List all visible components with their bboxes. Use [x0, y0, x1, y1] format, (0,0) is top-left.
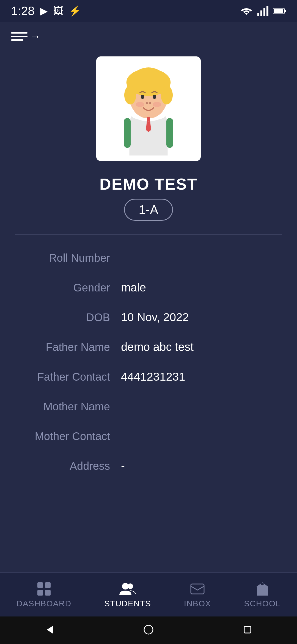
svg-rect-26 [45, 590, 51, 596]
nav-school-label: SCHOOL [244, 599, 280, 608]
dashboard-icon [36, 581, 52, 597]
svg-point-14 [136, 102, 144, 107]
svg-rect-5 [284, 10, 286, 12]
home-button[interactable] [143, 624, 154, 636]
mother-contact-label: Mother Contact [16, 430, 121, 443]
school-icon [255, 581, 270, 597]
dob-row: DOB 10 Nov, 2022 [16, 302, 280, 332]
nav-dashboard-label: DASHBOARD [16, 599, 71, 608]
nav-school[interactable]: SCHOOL [244, 581, 280, 608]
mother-contact-row: Mother Contact [16, 421, 280, 451]
gender-value: male [121, 281, 146, 294]
svg-marker-34 [47, 626, 53, 634]
svg-rect-23 [37, 582, 43, 588]
dob-label: DOB [16, 311, 121, 324]
nav-inbox-label: INBOX [184, 599, 211, 608]
svg-rect-24 [45, 582, 51, 588]
avatar [96, 56, 201, 161]
roll-number-row: Roll Number [16, 243, 280, 273]
signal-icon [257, 6, 268, 16]
svg-point-33 [261, 583, 264, 585]
svg-point-16 [146, 102, 148, 104]
father-contact-label: Father Contact [16, 371, 121, 383]
status-bar: 1:28 ▶ 🖼 ⚡ [0, 0, 297, 22]
gender-row: Gender male [16, 273, 280, 302]
svg-marker-18 [146, 117, 151, 132]
svg-rect-1 [260, 10, 262, 16]
svg-point-10 [124, 86, 136, 105]
address-label: Address [16, 460, 121, 472]
svg-rect-25 [37, 590, 43, 596]
roll-number-label: Roll Number [16, 252, 121, 264]
gender-label: Gender [16, 282, 121, 294]
student-avatar-svg [102, 62, 195, 155]
students-icon [119, 581, 136, 597]
mother-name-label: Mother Name [16, 400, 121, 413]
svg-point-15 [153, 102, 161, 107]
mother-contact-value [121, 430, 124, 443]
bottom-nav: DASHBOARD STUDENTS INBOX SCHOOL [0, 572, 297, 616]
divider [15, 234, 282, 235]
svg-point-11 [161, 86, 173, 105]
father-contact-value: 4441231231 [121, 370, 185, 383]
nav-students-label: STUDENTS [104, 599, 151, 608]
nav-students[interactable]: STUDENTS [104, 581, 151, 608]
shield-icon: ⚡ [69, 5, 81, 17]
father-contact-row: Father Contact 4441231231 [16, 362, 280, 392]
mother-name-row: Mother Name [16, 392, 280, 421]
menu-button[interactable] [11, 32, 28, 41]
svg-rect-36 [244, 626, 251, 633]
father-name-value: demo abc test [121, 340, 194, 354]
svg-point-17 [149, 102, 151, 104]
svg-rect-29 [191, 584, 204, 594]
battery-icon [273, 7, 286, 15]
svg-rect-3 [266, 6, 268, 16]
student-name: DEMO TEST [0, 175, 297, 193]
inbox-icon [190, 581, 205, 597]
back-button[interactable] [44, 624, 55, 636]
menu-arrow-icon: → [30, 30, 41, 43]
father-name-label: Father Name [16, 341, 121, 353]
info-section: Roll Number Gender male DOB 10 Nov, 2022… [0, 238, 297, 486]
address-value: - [121, 459, 125, 473]
father-name-row: Father Name demo abc test [16, 332, 280, 362]
class-badge-wrapper: 1-A [0, 199, 297, 221]
media2-icon: 🖼 [53, 5, 63, 17]
avatar-section [0, 56, 297, 161]
svg-rect-2 [263, 8, 265, 16]
svg-rect-21 [124, 118, 131, 148]
svg-point-12 [141, 95, 144, 99]
android-nav [0, 616, 297, 644]
svg-rect-0 [257, 13, 259, 16]
svg-rect-32 [261, 590, 264, 596]
svg-point-13 [153, 95, 156, 99]
svg-rect-22 [166, 118, 173, 148]
mother-name-value [121, 400, 124, 413]
class-badge: 1-A [124, 199, 173, 221]
svg-point-35 [144, 625, 153, 634]
status-time: 1:28 [11, 4, 35, 18]
recents-button[interactable] [242, 624, 253, 636]
nav-inbox[interactable]: INBOX [184, 581, 211, 608]
address-row: Address - [16, 451, 280, 481]
header-menu: → [0, 22, 297, 45]
wifi-icon [240, 6, 253, 16]
svg-point-28 [128, 583, 133, 589]
svg-rect-6 [274, 9, 283, 13]
nav-dashboard[interactable]: DASHBOARD [16, 581, 71, 608]
roll-number-value [121, 251, 124, 264]
media-icon: ▶ [40, 5, 48, 17]
dob-value: 10 Nov, 2022 [121, 311, 189, 324]
